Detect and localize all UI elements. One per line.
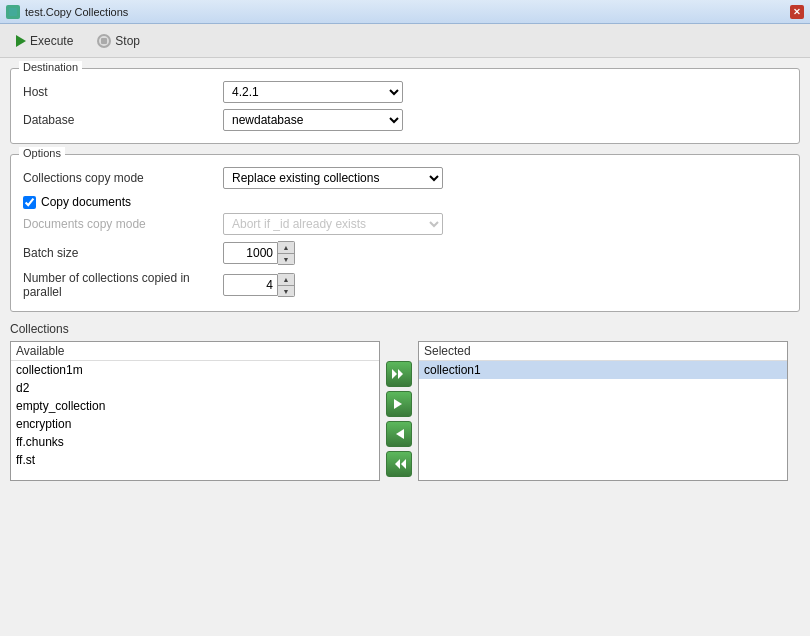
- play-icon: [16, 35, 26, 47]
- database-select[interactable]: newdatabase: [223, 109, 403, 131]
- available-header: Available: [11, 342, 379, 361]
- svg-marker-1: [392, 369, 397, 379]
- batch-size-label: Batch size: [23, 246, 223, 260]
- parallel-up[interactable]: ▲: [278, 274, 294, 285]
- docs-copy-mode-label: Documents copy mode: [23, 217, 223, 231]
- svg-marker-4: [396, 429, 404, 439]
- copy-mode-row: Collections copy mode Replace existing c…: [23, 167, 787, 189]
- move-right-icon: [392, 397, 406, 411]
- main-content: Destination Host 4.2.1 Database newdatab…: [0, 58, 810, 491]
- list-item[interactable]: empty_collection: [11, 397, 379, 415]
- move-left-button[interactable]: [386, 421, 412, 447]
- batch-size-row: Batch size ▲ ▼: [23, 241, 787, 265]
- database-label: Database: [23, 113, 223, 127]
- options-section: Options Collections copy mode Replace ex…: [10, 154, 800, 312]
- close-button[interactable]: ✕: [790, 5, 804, 19]
- selected-list: Selected collection1: [418, 341, 788, 481]
- copy-mode-label: Collections copy mode: [23, 171, 223, 185]
- parallel-input[interactable]: [223, 274, 278, 296]
- selected-header: Selected: [419, 342, 787, 361]
- destination-section: Destination Host 4.2.1 Database newdatab…: [10, 68, 800, 144]
- app-icon: [6, 5, 20, 19]
- parallel-label: Number of collections copied in parallel: [23, 271, 223, 299]
- svg-marker-2: [398, 369, 403, 379]
- svg-marker-6: [395, 459, 400, 469]
- copy-documents-row: Copy documents: [23, 195, 787, 209]
- svg-marker-3: [394, 399, 402, 409]
- host-select[interactable]: 4.2.1: [223, 81, 403, 103]
- batch-size-spinner: ▲ ▼: [223, 241, 295, 265]
- list-item[interactable]: encryption: [11, 415, 379, 433]
- options-legend: Options: [19, 147, 65, 159]
- collections-header: Collections: [10, 322, 800, 336]
- list-item[interactable]: ff.chunks: [11, 433, 379, 451]
- docs-copy-mode-row: Documents copy mode Abort if _id already…: [23, 213, 787, 235]
- move-left-icon: [392, 427, 406, 441]
- collections-layout: Available collection1m d2 empty_collecti…: [10, 341, 800, 481]
- batch-size-input[interactable]: [223, 242, 278, 264]
- parallel-spinner: ▲ ▼: [223, 273, 295, 297]
- parallel-spinner-btns: ▲ ▼: [278, 273, 295, 297]
- stop-button[interactable]: Stop: [89, 31, 148, 51]
- destination-legend: Destination: [19, 61, 82, 73]
- host-row: Host 4.2.1: [23, 81, 787, 103]
- move-all-right-icon: [392, 367, 406, 381]
- move-all-left-button[interactable]: [386, 451, 412, 477]
- host-label: Host: [23, 85, 223, 99]
- move-all-left-icon: [392, 457, 406, 471]
- transfer-buttons: [386, 341, 412, 477]
- batch-size-spinner-btns: ▲ ▼: [278, 241, 295, 265]
- available-list: Available collection1m d2 empty_collecti…: [10, 341, 380, 481]
- copy-mode-select[interactable]: Replace existing collections Add collect…: [223, 167, 443, 189]
- list-item[interactable]: d2: [11, 379, 379, 397]
- execute-button[interactable]: Execute: [8, 31, 81, 51]
- move-right-button[interactable]: [386, 391, 412, 417]
- title-bar: test.Copy Collections ✕: [0, 0, 810, 24]
- list-item[interactable]: collection1m: [11, 361, 379, 379]
- database-row: Database newdatabase: [23, 109, 787, 131]
- parallel-down[interactable]: ▼: [278, 285, 294, 296]
- svg-marker-5: [401, 459, 406, 469]
- window-title: test.Copy Collections: [25, 6, 785, 18]
- stop-icon: [97, 34, 111, 48]
- parallel-row: Number of collections copied in parallel…: [23, 271, 787, 299]
- batch-size-up[interactable]: ▲: [278, 242, 294, 253]
- collections-section: Collections Available collection1m d2 em…: [10, 322, 800, 481]
- copy-documents-label[interactable]: Copy documents: [41, 195, 131, 209]
- list-item[interactable]: collection1: [419, 361, 787, 379]
- svg-rect-0: [9, 8, 17, 16]
- batch-size-down[interactable]: ▼: [278, 253, 294, 264]
- list-item[interactable]: ff.st: [11, 451, 379, 469]
- docs-copy-mode-select[interactable]: Abort if _id already exists Skip if _id …: [223, 213, 443, 235]
- move-all-right-button[interactable]: [386, 361, 412, 387]
- toolbar: Execute Stop: [0, 24, 810, 58]
- copy-documents-checkbox[interactable]: [23, 196, 36, 209]
